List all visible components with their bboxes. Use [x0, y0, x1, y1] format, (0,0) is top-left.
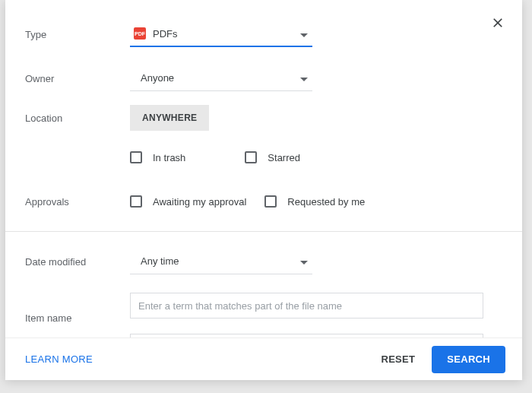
owner-dropdown[interactable]: Anyone — [130, 65, 312, 91]
row-owner: Owner Anyone — [25, 65, 502, 91]
pdf-icon: PDF — [133, 27, 147, 40]
learn-more-link[interactable]: LEARN MORE — [25, 353, 93, 365]
checkbox-icon — [264, 195, 277, 208]
row-location-filters: In trash Starred — [25, 144, 502, 170]
divider — [5, 231, 522, 232]
row-approvals: Approvals Awaiting my approval Requested… — [25, 189, 502, 214]
location-chip[interactable]: ANYWHERE — [130, 105, 209, 131]
advanced-search-dialog: Type PDF PDFs Owner Anyone — [5, 0, 522, 380]
search-button[interactable]: SEARCH — [432, 346, 505, 373]
date-modified-value: Any time — [133, 255, 300, 267]
type-dropdown[interactable]: PDF PDFs — [130, 21, 312, 47]
reset-button[interactable]: RESET — [370, 346, 426, 373]
dialog-footer: LEARN MORE RESET SEARCH — [5, 338, 522, 380]
label-type: Type — [25, 29, 130, 40]
checkbox-icon — [130, 151, 142, 163]
close-icon — [490, 15, 505, 30]
checkbox-label-starred: Starred — [268, 152, 300, 163]
checkbox-in-trash[interactable]: In trash — [130, 151, 185, 163]
item-name-input[interactable] — [130, 293, 483, 319]
label-item-name: Item name — [25, 312, 130, 324]
checkbox-awaiting-approval[interactable]: Awaiting my approval — [130, 195, 246, 208]
row-location: Location ANYWHERE — [25, 105, 502, 131]
checkbox-icon — [245, 151, 257, 163]
chevron-down-icon — [300, 255, 308, 267]
owner-value: Anyone — [133, 72, 300, 84]
checkbox-label-requested: Requested by me — [287, 196, 365, 208]
label-owner: Owner — [25, 73, 130, 84]
row-type: Type PDF PDFs — [25, 21, 502, 47]
type-value: PDFs — [153, 28, 300, 40]
row-item-name: Item name — [25, 293, 502, 343]
chevron-down-icon — [300, 72, 308, 84]
checkbox-label-in-trash: In trash — [153, 152, 185, 163]
location-chip-text: ANYWHERE — [142, 113, 197, 123]
label-location: Location — [25, 113, 130, 124]
date-modified-dropdown[interactable]: Any time — [130, 249, 312, 274]
row-date-modified: Date modified Any time — [25, 249, 502, 274]
checkbox-icon — [130, 195, 142, 208]
checkbox-starred[interactable]: Starred — [245, 151, 300, 163]
chevron-down-icon — [300, 28, 308, 40]
close-button[interactable] — [490, 15, 505, 30]
label-date-modified: Date modified — [25, 256, 130, 268]
checkbox-label-awaiting: Awaiting my approval — [153, 196, 246, 208]
checkbox-requested-by-me[interactable]: Requested by me — [264, 195, 365, 208]
label-approvals: Approvals — [25, 196, 130, 208]
